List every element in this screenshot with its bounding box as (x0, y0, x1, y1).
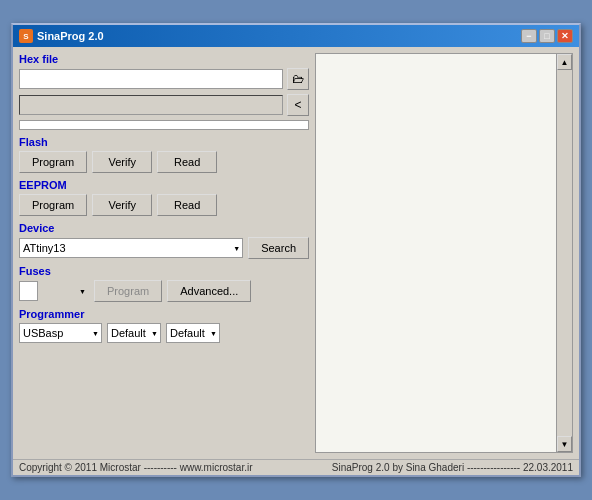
flash-buttons: Program Verify Read (19, 151, 309, 173)
hex-secondary-row: < (19, 94, 309, 116)
right-panel: ▲ ▼ (315, 53, 573, 453)
eeprom-read-button[interactable]: Read (157, 194, 217, 216)
device-select[interactable]: ATtiny13 ATmega8 ATmega16 ATmega32 (19, 238, 243, 258)
arrow-button[interactable]: < (287, 94, 309, 116)
programmer-label: Programmer (19, 308, 309, 320)
maximize-button[interactable]: □ (539, 29, 555, 43)
hex-file-label: Hex file (19, 53, 309, 65)
flash-read-button[interactable]: Read (157, 151, 217, 173)
eeprom-label: EEPROM (19, 179, 309, 191)
flash-verify-button[interactable]: Verify (92, 151, 152, 173)
main-window: S SinaProg 2.0 − □ ✕ Hex file 🗁 (11, 23, 581, 477)
hex-file-input[interactable] (19, 69, 283, 89)
status-bar: Copyright © 2011 Microstar ---------- ww… (13, 459, 579, 475)
window-body: Hex file 🗁 < Flash (13, 47, 579, 459)
device-select-wrapper: ATtiny13 ATmega8 ATmega16 ATmega32 (19, 238, 243, 258)
fuses-program-button[interactable]: Program (94, 280, 162, 302)
eeprom-buttons: Program Verify Read (19, 194, 309, 216)
device-row: ATtiny13 ATmega8 ATmega16 ATmega32 Searc… (19, 237, 309, 259)
flash-section: Flash Program Verify Read (19, 136, 309, 173)
programmer-port-select[interactable]: Default COM1 COM2 USB (107, 323, 161, 343)
device-section: Device ATtiny13 ATmega8 ATmega16 ATmega3… (19, 222, 309, 259)
flash-program-button[interactable]: Program (19, 151, 87, 173)
fuses-advanced-button[interactable]: Advanced... (167, 280, 251, 302)
fuses-select-wrapper (19, 281, 89, 301)
browse-button[interactable]: 🗁 (287, 68, 309, 90)
right-scrollbar: ▲ ▼ (556, 54, 572, 452)
scroll-down-button[interactable]: ▼ (557, 436, 572, 452)
eeprom-program-button[interactable]: Program (19, 194, 87, 216)
eeprom-verify-button[interactable]: Verify (92, 194, 152, 216)
title-bar-left: S SinaProg 2.0 (19, 29, 104, 43)
title-bar-buttons: − □ ✕ (521, 29, 573, 43)
left-panel: Hex file 🗁 < Flash (19, 53, 309, 453)
close-button[interactable]: ✕ (557, 29, 573, 43)
window-title: SinaProg 2.0 (37, 30, 104, 42)
copyright-text: Copyright © 2011 Microstar ---------- ww… (19, 462, 253, 473)
programmer-row: USBasp AVR ISP AVRISP mkII Default COM1 … (19, 323, 309, 343)
browse-icon: 🗁 (292, 72, 304, 86)
app-icon: S (19, 29, 33, 43)
fuses-label: Fuses (19, 265, 309, 277)
programmer-port-wrapper: Default COM1 COM2 USB (107, 323, 161, 343)
minimize-button[interactable]: − (521, 29, 537, 43)
title-bar: S SinaProg 2.0 − □ ✕ (13, 25, 579, 47)
programmer-type-select[interactable]: USBasp AVR ISP AVRISP mkII (19, 323, 102, 343)
arrow-icon: < (294, 98, 301, 112)
hex-secondary-input[interactable] (19, 95, 283, 115)
flash-label: Flash (19, 136, 309, 148)
programmer-type-wrapper: USBasp AVR ISP AVRISP mkII (19, 323, 102, 343)
fuses-select[interactable] (19, 281, 38, 301)
fuses-section: Fuses Program Advanced... (19, 265, 309, 302)
scroll-up-button[interactable]: ▲ (557, 54, 572, 70)
app-icon-label: S (23, 32, 28, 41)
hex-file-section: Hex file 🗁 < (19, 53, 309, 130)
programmer-section: Programmer USBasp AVR ISP AVRISP mkII De… (19, 308, 309, 343)
programmer-speed-wrapper: Default Slow Fast (166, 323, 220, 343)
device-label: Device (19, 222, 309, 234)
hex-file-row: 🗁 (19, 68, 309, 90)
programmer-speed-select[interactable]: Default Slow Fast (166, 323, 220, 343)
app-info-text: SinaProg 2.0 by Sina Ghaderi -----------… (332, 462, 573, 473)
fuses-row: Program Advanced... (19, 280, 309, 302)
progress-bar (19, 120, 309, 130)
device-search-button[interactable]: Search (248, 237, 309, 259)
eeprom-section: EEPROM Program Verify Read (19, 179, 309, 216)
